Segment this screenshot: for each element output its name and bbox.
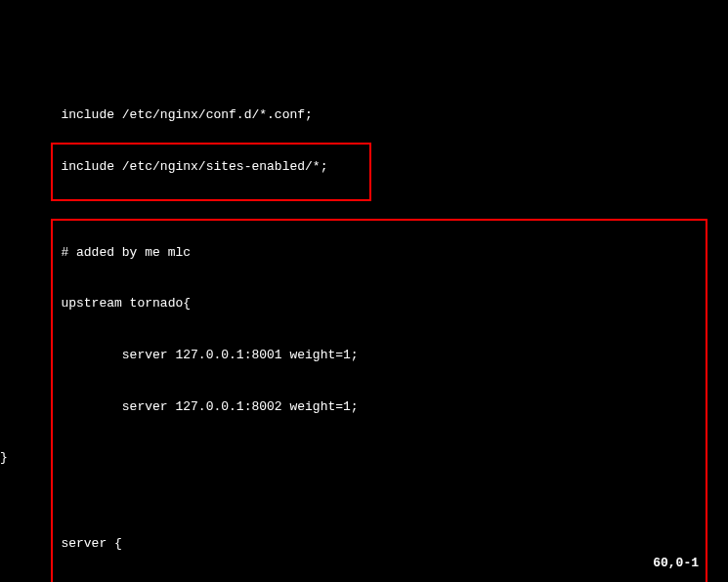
editor-viewport[interactable]: include /etc/nginx/conf.d/*.conf; includ… (0, 68, 728, 582)
code-line: include /etc/nginx/conf.d/*.conf; (0, 106, 728, 124)
vim-status-position: 60,0-1 (653, 555, 699, 572)
code-line: server 127.0.0.1:8002 weight=1; (0, 398, 728, 416)
code-line: upstream tornado{ (0, 295, 728, 312)
code-line: } (0, 449, 728, 467)
code-line: include /etc/nginx/sites-enabled/*; (0, 158, 728, 176)
code-line: server { (0, 535, 728, 553)
code-line: server 127.0.0.1:8001 weight=1; (0, 347, 728, 364)
code-line: # added by me mlc (0, 244, 728, 262)
